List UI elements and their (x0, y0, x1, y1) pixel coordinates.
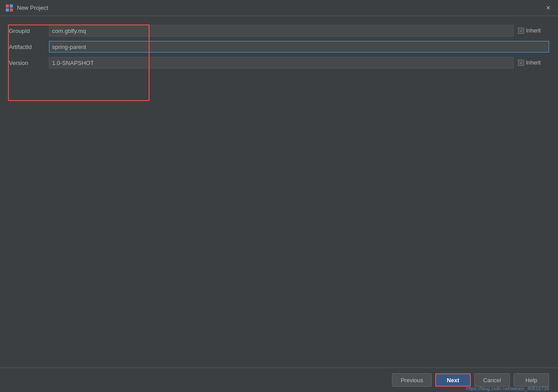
groupid-row: GroupId Inherit (9, 25, 549, 36)
version-row: Version Inherit (9, 57, 549, 69)
artifactid-input[interactable] (49, 41, 549, 53)
groupid-inherit-checkbox[interactable] (518, 28, 524, 34)
footer-url: https://blog.csdn.net/weixin_40816738 (466, 386, 549, 391)
bottom-bar: Previous Next Cancel Help https://blog.c… (0, 368, 558, 392)
groupid-inherit: Inherit (518, 28, 549, 34)
help-button[interactable]: Help (514, 373, 549, 387)
version-inherit: Inherit (518, 60, 549, 66)
dialog-title: New Project (17, 4, 48, 11)
version-inherit-label: Inherit (526, 60, 541, 66)
main-content: GroupId Inherit ArtifactId Version Inher… (0, 16, 558, 368)
groupid-input[interactable] (49, 25, 514, 36)
cancel-button[interactable]: Cancel (474, 373, 510, 387)
version-inherit-checkbox[interactable] (518, 60, 524, 66)
previous-button[interactable]: Previous (392, 373, 432, 387)
next-button[interactable]: Next (435, 373, 471, 387)
fields-wrapper: GroupId Inherit ArtifactId Version Inher… (0, 16, 558, 69)
app-icon (5, 4, 13, 12)
title-bar-left: New Project (5, 4, 48, 12)
svg-rect-2 (6, 8, 9, 12)
groupid-label: GroupId (9, 28, 44, 34)
version-label: Version (9, 60, 44, 66)
svg-rect-3 (10, 8, 13, 12)
svg-rect-1 (10, 4, 13, 8)
groupid-inherit-label: Inherit (526, 28, 541, 34)
title-bar: New Project × (0, 0, 558, 16)
close-button[interactable]: × (544, 4, 553, 12)
artifactid-label: ArtifactId (9, 44, 44, 50)
artifactid-row: ArtifactId (9, 41, 549, 53)
version-input[interactable] (49, 57, 514, 69)
svg-rect-0 (6, 4, 9, 8)
dialog-container: New Project × GroupId Inherit ArtifactId (0, 0, 558, 392)
